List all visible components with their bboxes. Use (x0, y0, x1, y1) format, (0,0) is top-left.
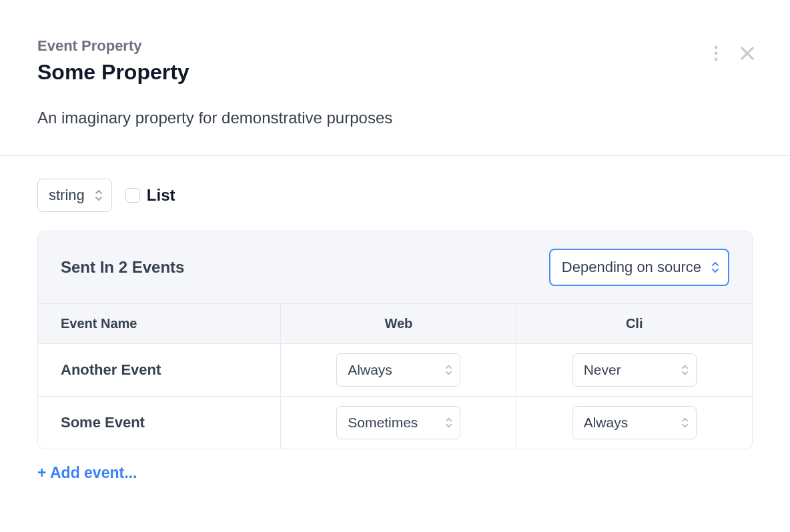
col-header-cli: Cli (516, 304, 752, 344)
header-actions (711, 41, 759, 65)
type-select-value: string (49, 187, 85, 204)
chevron-up-down-icon (94, 189, 103, 202)
type-row: string List (37, 179, 753, 212)
list-checkbox[interactable] (125, 188, 140, 203)
list-checkbox-label: List (147, 186, 175, 205)
panel-header: Event Property Some Property An imaginar… (0, 0, 790, 155)
svg-point-1 (715, 52, 718, 55)
table-row: Another Event Always (38, 344, 752, 397)
frequency-select[interactable]: Always (572, 406, 697, 439)
chevron-up-down-icon (444, 417, 453, 429)
source-mode-value: Depending on source (562, 259, 701, 276)
events-table: Event Name Web Cli Another Event Always (38, 303, 752, 449)
event-property-panel: Event Property Some Property An imaginar… (0, 0, 790, 532)
source-mode-select[interactable]: Depending on source (549, 249, 729, 286)
table-row: Some Event Sometimes (38, 397, 752, 449)
frequency-value: Always (584, 415, 629, 431)
frequency-value: Always (348, 362, 392, 378)
add-event-button[interactable]: + Add event... (37, 464, 137, 482)
col-header-web: Web (281, 304, 516, 344)
panel-body: string List Sent In 2 Events Depending o… (0, 156, 790, 509)
close-button[interactable] (735, 41, 759, 65)
svg-point-0 (715, 46, 718, 49)
chevron-up-down-icon (444, 364, 453, 376)
chevron-up-down-icon (681, 364, 689, 376)
chevron-up-down-icon (711, 261, 720, 274)
frequency-value: Sometimes (348, 415, 418, 431)
list-checkbox-group: List (125, 186, 175, 205)
property-description: An imaginary property for demonstrative … (37, 109, 753, 127)
frequency-value: Never (584, 362, 621, 378)
col-header-event-name: Event Name (38, 304, 281, 344)
frequency-select[interactable]: Sometimes (336, 406, 460, 439)
event-name-cell: Some Event (38, 397, 281, 449)
events-card: Sent In 2 Events Depending on source (37, 231, 753, 449)
events-card-header: Sent In 2 Events Depending on source (38, 231, 752, 303)
kebab-icon (714, 45, 718, 61)
chevron-up-down-icon (681, 417, 689, 429)
page-title: Some Property (37, 60, 753, 85)
events-card-title: Sent In 2 Events (61, 258, 184, 277)
close-icon (738, 44, 757, 63)
frequency-select[interactable]: Never (572, 353, 697, 387)
more-menu-button[interactable] (711, 43, 721, 64)
breadcrumb: Event Property (37, 37, 753, 55)
frequency-select[interactable]: Always (336, 353, 460, 387)
type-select[interactable]: string (37, 179, 112, 212)
svg-point-2 (715, 58, 718, 61)
event-name-cell: Another Event (38, 344, 281, 397)
